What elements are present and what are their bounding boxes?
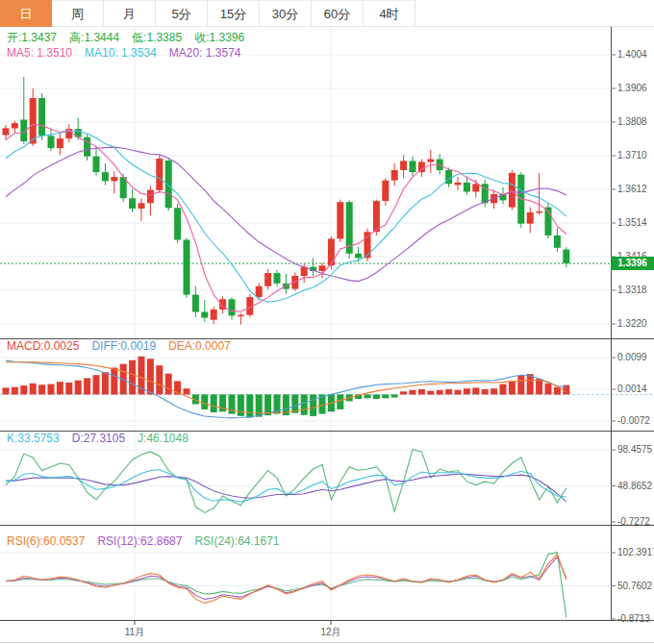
y-tick-label: 1.4004 — [617, 49, 647, 60]
kdj-legend: K:33.5753D:27.3105J:46.1048 — [7, 432, 201, 445]
trading-chart-app: 日周月5分15分30分60分4时 开:1.3437高:1.3444低:1.338… — [0, 0, 654, 644]
y-tick-label: 1.3318 — [617, 285, 647, 295]
y-tick-label: 1.3710 — [617, 150, 647, 161]
legend-item: 开:1.3437 — [7, 31, 57, 44]
legend-item: K:33.5753 — [7, 432, 60, 445]
legend-item: MA10: 1.3534 — [85, 46, 157, 60]
legend-item: D:27.3105 — [72, 432, 125, 445]
ma20-line — [6, 147, 566, 282]
y-tick-label: 0.0014 — [617, 384, 647, 394]
legend-item: 低:1.3385 — [132, 31, 182, 44]
kdj-d-line — [6, 474, 566, 502]
legend-item: 收:1.3396 — [194, 31, 244, 44]
y-tick-label: 1.3514 — [617, 217, 647, 228]
legend-item: RSI(24):64.1671 — [194, 534, 279, 548]
x-axis-label: 11月 — [125, 626, 144, 639]
y-tick-label: 98.4575 — [617, 444, 652, 455]
legend-item: RSI(12):62.8687 — [97, 534, 182, 548]
ohlc-legend: 开:1.3437高:1.3444低:1.3385收:1.3396 — [7, 30, 257, 46]
y-tick-label: 1.3612 — [617, 184, 647, 194]
legend-item: DEA:0.0007 — [168, 339, 231, 353]
y-tick-label: 1.3220 — [617, 318, 647, 329]
y-tick-label: -0.0072 — [617, 415, 650, 426]
legend-item: MA5: 1.3510 — [7, 46, 72, 60]
legend-item: MACD:0.0025 — [7, 339, 79, 353]
macd-legend: MACD:0.0025DIFF:0.0019DEA:0.0007 — [7, 339, 243, 353]
y-tick-label: 1.3808 — [617, 116, 647, 127]
legend-item: MA20: 1.3574 — [169, 46, 241, 60]
last-price-tag: 1.3396 — [611, 257, 654, 270]
legend-item: DIFF:0.0019 — [91, 339, 156, 353]
ma-legend: MA5: 1.3510MA10: 1.3534MA20: 1.3574 — [7, 46, 253, 60]
rsi-legend: RSI(6):60.0537RSI(12):62.8687RSI(24):64.… — [7, 534, 292, 548]
y-tick-label: 48.8652 — [617, 481, 652, 491]
legend-item: 高:1.3444 — [69, 31, 119, 44]
y-tick-label: 1.3906 — [617, 83, 647, 93]
y-tick-label: 50.7602 — [617, 581, 652, 591]
x-axis-label: 12月 — [320, 626, 340, 639]
candlestick-series — [3, 77, 570, 325]
gridlines — [0, 27, 611, 620]
y-tick-label: 102.3917 — [617, 547, 654, 557]
legend-item: RSI(6):60.0537 — [7, 534, 85, 548]
legend-item: J:46.1048 — [138, 432, 189, 445]
rsi24-line — [6, 553, 566, 618]
y-tick-label: -0.8713 — [617, 613, 650, 624]
panel-borders — [0, 27, 654, 643]
rsi6-line — [6, 555, 566, 604]
y-tick-label: -0.7272 — [617, 516, 650, 527]
y-tick-label: 0.0099 — [617, 352, 647, 362]
